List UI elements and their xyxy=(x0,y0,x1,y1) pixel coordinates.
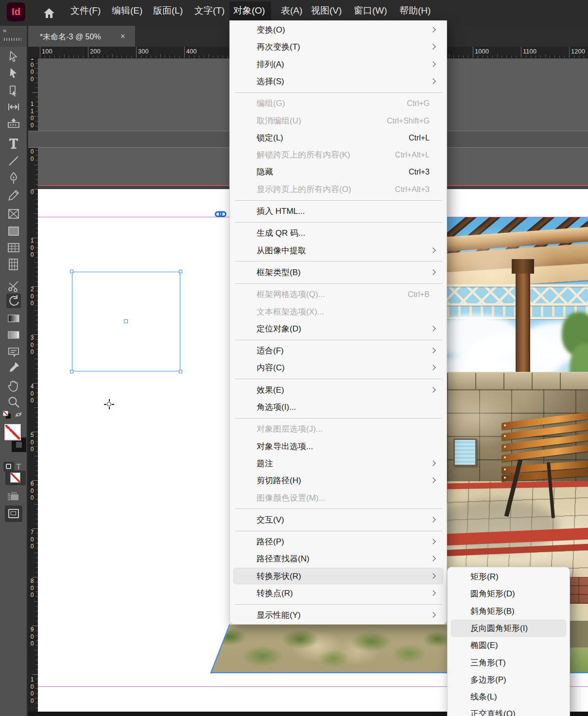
menubar-item[interactable]: 帮助(H) xyxy=(399,0,431,20)
menu-item[interactable]: 对象图层选项(J)... xyxy=(230,420,447,437)
menu-item[interactable]: 圆角矩形(D) xyxy=(448,585,570,602)
vertical-ruler[interactable]: 1 0 0 01 1 0 01 2 0 001 0 02 0 03 0 04 0… xyxy=(28,58,38,713)
gradient-swatch-tool-icon[interactable] xyxy=(6,311,21,326)
menu-item[interactable]: 文本框架选项(X)... xyxy=(230,303,447,320)
menu-item[interactable]: 斜角矩形(B) xyxy=(448,603,570,620)
horizontal-grid-tool-icon[interactable] xyxy=(6,241,21,255)
screen-mode-button[interactable] xyxy=(5,506,22,522)
selection-handle-sw[interactable] xyxy=(70,370,73,373)
menu-item[interactable]: 效果(E) xyxy=(230,382,447,399)
menu-item[interactable]: 隐藏Ctrl+3 xyxy=(230,163,447,180)
note-tool-icon[interactable] xyxy=(6,345,21,360)
home-icon[interactable] xyxy=(43,7,55,21)
free-transform-tool-icon[interactable] xyxy=(6,294,21,308)
menu-item[interactable]: 内容(C) xyxy=(230,359,447,376)
content-collector-tool-icon[interactable] xyxy=(6,117,21,131)
rectangle-tool-icon[interactable] xyxy=(6,224,21,239)
menubar-item[interactable]: 版面(L) xyxy=(153,0,183,20)
frame-tool-icon[interactable] xyxy=(6,207,21,221)
menu-item[interactable]: 框架网格选项(Q)...Ctrl+B xyxy=(230,286,447,303)
tab-close-icon[interactable]: × xyxy=(121,26,125,47)
page-tool-icon[interactable] xyxy=(6,84,21,99)
eyedropper-tool-icon[interactable] xyxy=(6,360,21,375)
menu-item[interactable]: 生成 QR 码... xyxy=(230,225,447,242)
menu-item[interactable]: 选择(S) xyxy=(230,73,447,90)
menubar-item[interactable]: 视图(V) xyxy=(311,0,342,20)
menu-item[interactable]: 再次变换(T) xyxy=(230,38,447,55)
submenu-chevron-icon xyxy=(430,326,435,331)
gap-tool-icon[interactable] xyxy=(6,100,21,115)
ruler-corner[interactable] xyxy=(28,47,38,58)
menu-item[interactable]: 编组(G)Ctrl+G xyxy=(230,95,447,112)
menu-item[interactable]: 路径(P) xyxy=(230,533,447,550)
menu-item[interactable]: 框架类型(B) xyxy=(230,264,447,281)
menu-item-shortcut: Ctrl+3 xyxy=(409,163,430,180)
menubar-item[interactable]: 表(A) xyxy=(281,0,302,20)
menubar-item[interactable]: 编辑(E) xyxy=(112,0,142,20)
menu-item[interactable]: 题注 xyxy=(230,455,447,472)
menu-item[interactable]: 从图像中提取 xyxy=(230,242,447,259)
menu-item[interactable]: 图像颜色设置(M)... xyxy=(230,489,447,506)
menu-item[interactable]: 矩形(R) xyxy=(448,568,570,585)
zoom-tool-icon[interactable] xyxy=(6,395,21,409)
menu-item[interactable]: 椭圆(E) xyxy=(448,637,570,654)
menu-item[interactable]: 锁定(L)Ctrl+L xyxy=(230,129,447,146)
menu-item[interactable]: 插入 HTML... xyxy=(230,203,447,220)
menu-item[interactable]: 变换(O) xyxy=(230,21,447,38)
gradient-feather-tool-icon[interactable] xyxy=(6,328,21,342)
default-fill-stroke-icon[interactable] xyxy=(3,411,11,419)
menu-item-label: 路径查找器(N) xyxy=(257,550,310,567)
menu-item[interactable]: 转换点(R) xyxy=(230,585,447,602)
menu-item[interactable]: 三角形(T) xyxy=(448,654,570,671)
menu-item[interactable]: 定位对象(D) xyxy=(230,320,447,337)
crosshair-cursor xyxy=(104,399,114,409)
menu-item[interactable]: 解锁跨页上的所有内容(K)Ctrl+Alt+L xyxy=(230,146,447,163)
menubar-item[interactable]: 对象(O) xyxy=(233,0,265,20)
menu-item[interactable]: 转换形状(R) xyxy=(230,568,447,585)
pen-tool-icon[interactable] xyxy=(6,171,21,186)
direct-selection-tool-icon[interactable] xyxy=(6,67,21,81)
hand-tool-icon[interactable] xyxy=(6,379,21,393)
menubar-item[interactable]: 文件(F) xyxy=(70,0,101,20)
document-tab-title[interactable]: *未命名-3 @ 50% xyxy=(40,26,101,47)
menu-item[interactable]: 对象导出选项... xyxy=(230,438,447,455)
menu-item[interactable]: 交互(V) xyxy=(230,511,447,528)
menu-item-label: 生成 QR 码... xyxy=(257,225,305,242)
menu-item[interactable]: 显示性能(Y) xyxy=(230,607,447,624)
menu-item[interactable]: 取消编组(U)Ctrl+Shift+G xyxy=(230,112,447,129)
document-tab[interactable]: *未命名-3 @ 50% × xyxy=(28,26,135,47)
menu-item-shortcut: Ctrl+Alt+3 xyxy=(395,181,430,198)
menu-item[interactable]: 正交直线(O) xyxy=(448,705,570,716)
link-badge-icon[interactable] xyxy=(215,210,226,221)
formatting-text-icon[interactable]: T xyxy=(16,462,23,471)
selection-handle-nw[interactable] xyxy=(70,270,73,273)
apply-none-button[interactable] xyxy=(5,471,26,485)
pencil-tool-icon[interactable] xyxy=(6,189,21,203)
vertical-grid-tool-icon[interactable] xyxy=(6,257,21,272)
menu-item[interactable]: 多边形(P) xyxy=(448,671,570,688)
scissors-tool-icon[interactable] xyxy=(6,279,21,294)
menubar-item[interactable]: 窗口(W) xyxy=(354,0,387,20)
line-tool-icon[interactable] xyxy=(6,154,21,168)
menu-item[interactable]: 显示跨页上的所有内容(O)Ctrl+Alt+3 xyxy=(230,181,447,198)
expand-panel-icon[interactable]: » xyxy=(3,27,7,34)
selection-center-point[interactable] xyxy=(124,319,128,323)
placed-image-grass-strip[interactable] xyxy=(210,625,447,673)
indesign-logo[interactable]: Id xyxy=(7,2,25,21)
selection-handle-ne[interactable] xyxy=(179,270,182,273)
menu-item[interactable]: 反向圆角矩形(I) xyxy=(448,620,570,637)
preview-proof-icon[interactable] xyxy=(8,492,19,501)
menu-item[interactable]: 剪切路径(H) xyxy=(230,472,447,489)
selection-tool-icon[interactable] xyxy=(6,50,21,65)
menu-item[interactable]: 适合(F) xyxy=(230,342,447,359)
menu-item[interactable]: 角选项(I)... xyxy=(230,399,447,416)
menu-item[interactable]: 线条(L) xyxy=(448,688,570,705)
selection-handle-se[interactable] xyxy=(179,370,182,373)
type-tool-icon[interactable] xyxy=(6,136,21,151)
menu-item[interactable]: 排列(A) xyxy=(230,56,447,73)
fill-swatch[interactable] xyxy=(4,424,21,440)
swap-fill-stroke-icon[interactable] xyxy=(15,411,22,419)
menubar-item[interactable]: 文字(T) xyxy=(194,0,225,20)
formatting-container-icon[interactable] xyxy=(3,462,14,472)
menu-item[interactable]: 路径查找器(N) xyxy=(230,550,447,567)
